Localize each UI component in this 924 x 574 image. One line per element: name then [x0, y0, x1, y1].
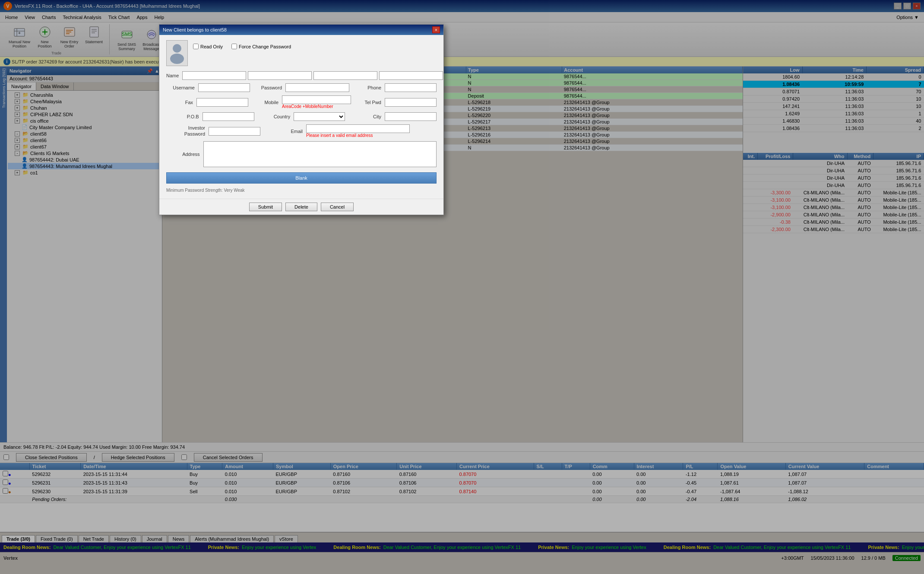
- name-inputs: [182, 71, 443, 80]
- name-input-2[interactable]: [248, 71, 312, 80]
- modal-title-bar: New Client belongs to client58 ×: [159, 25, 443, 35]
- delete-btn[interactable]: Delete: [285, 203, 317, 211]
- pob-input[interactable]: [203, 112, 254, 121]
- address-input[interactable]: [203, 141, 437, 167]
- svg-point-22: [173, 44, 181, 53]
- read-only-checkbox-label[interactable]: Read Only: [193, 44, 223, 49]
- investor-password-input[interactable]: [209, 127, 260, 136]
- email-hint: Please insert a valid email address: [306, 133, 410, 138]
- modal-checkboxes: Read Only Force Change Password: [193, 44, 291, 49]
- city-input[interactable]: [385, 112, 437, 121]
- username-input[interactable]: [198, 83, 250, 92]
- modal-content: Read Only Force Change Password Name: [159, 35, 443, 199]
- fax-input[interactable]: [196, 98, 248, 107]
- force-change-label: Force Change Password: [239, 44, 291, 49]
- read-only-label: Read Only: [200, 44, 223, 49]
- mobile-field-group: AreaCode +MobileNumber: [282, 95, 351, 109]
- name-row: Name: [166, 71, 437, 80]
- password-input[interactable]: [285, 83, 349, 92]
- cancel-btn[interactable]: Cancel: [321, 203, 354, 211]
- name-label: Name: [166, 73, 179, 78]
- fax-mobile-row: Fax Mobile AreaCode +MobileNumber Tel Pw…: [166, 95, 437, 109]
- modal-close-btn[interactable]: ×: [432, 26, 440, 33]
- phone-label: Phone: [353, 85, 381, 90]
- password-label: Password: [253, 85, 282, 90]
- new-client-modal: New Client belongs to client58 × Read On…: [159, 24, 444, 215]
- client-form: Name Username Password Phone: [166, 71, 437, 193]
- fax-label: Fax: [166, 100, 193, 105]
- phone-input[interactable]: [385, 83, 437, 92]
- client-avatar: [166, 40, 188, 66]
- city-label: City: [348, 114, 381, 119]
- blank-btn[interactable]: Blank: [166, 172, 437, 184]
- modal-avatar-row: Read Only Force Change Password: [166, 40, 437, 66]
- username-label: Username: [166, 85, 195, 90]
- read-only-checkbox[interactable]: [193, 44, 199, 49]
- email-field-group: Please insert a valid email address: [306, 124, 410, 138]
- address-row: Address: [166, 141, 437, 167]
- email-label: Email: [264, 129, 303, 134]
- name-input-4[interactable]: [379, 71, 443, 80]
- svg-point-23: [170, 54, 184, 64]
- investor-password-label: Investor Password: [166, 125, 205, 136]
- mobile-hint: AreaCode +MobileNumber: [282, 104, 351, 109]
- credentials-row: Username Password Phone: [166, 83, 437, 92]
- country-label: Country: [258, 114, 291, 119]
- tel-pwd-input[interactable]: [385, 98, 437, 107]
- country-select[interactable]: UAE Malaysia Pakistan: [294, 112, 345, 121]
- mobile-label: Mobile: [252, 100, 278, 105]
- modal-footer: Submit Delete Cancel: [159, 199, 443, 215]
- force-change-checkbox-label[interactable]: Force Change Password: [231, 44, 291, 49]
- mobile-input[interactable]: [282, 95, 351, 104]
- location-row: P.O.B Country UAE Malaysia Pakistan City: [166, 112, 437, 121]
- force-change-checkbox[interactable]: [231, 44, 237, 49]
- modal-title: New Client belongs to client58: [163, 27, 227, 32]
- address-label: Address: [166, 152, 200, 157]
- investor-email-row: Investor Password Email Please insert a …: [166, 124, 437, 138]
- password-strength: Minimum Password Strength: Very Weak: [166, 187, 437, 193]
- pob-label: P.O.B: [166, 114, 199, 119]
- email-input[interactable]: [306, 124, 410, 133]
- name-input-1[interactable]: [182, 71, 246, 80]
- submit-btn[interactable]: Submit: [249, 203, 282, 211]
- tel-pwd-label: Tel Pwd: [354, 100, 381, 105]
- modal-overlay: New Client belongs to client58 × Read On…: [0, 0, 924, 574]
- name-input-3[interactable]: [313, 71, 377, 80]
- blank-btn-row: Blank: [166, 172, 437, 184]
